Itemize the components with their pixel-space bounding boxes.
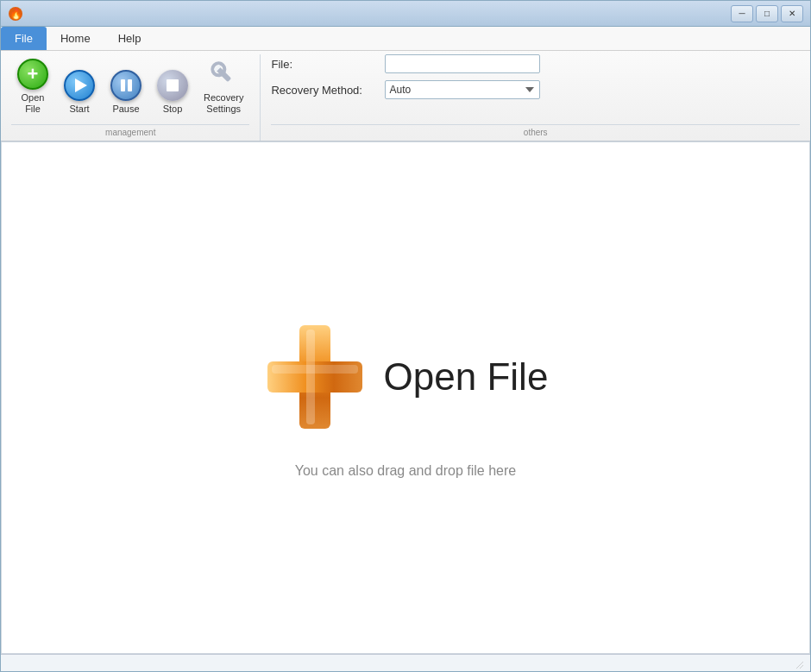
others-group-label: others xyxy=(271,124,800,141)
pause-circle xyxy=(110,70,141,101)
status-bar xyxy=(1,654,810,671)
play-icon xyxy=(75,79,87,92)
title-bar-left: 🔥 xyxy=(8,6,23,22)
app-icon: 🔥 xyxy=(8,6,23,22)
start-label: Start xyxy=(69,104,89,115)
stop-square-icon xyxy=(167,79,179,91)
maximize-button[interactable]: □ xyxy=(756,5,778,22)
menu-item-home[interactable]: Home xyxy=(47,27,104,50)
open-file-circle: + xyxy=(17,59,48,90)
pause-bar-2 xyxy=(128,79,132,91)
stop-button[interactable]: Stop xyxy=(151,66,194,119)
menu-bar: File Home Help xyxy=(1,27,810,51)
file-field-row: File: xyxy=(271,54,540,73)
open-file-icon: + xyxy=(17,59,48,90)
pause-bar-1 xyxy=(121,79,125,91)
recovery-method-label: Recovery Method: xyxy=(271,84,374,97)
stop-label: Stop xyxy=(163,104,183,115)
drag-drop-text: You can also drag and drop file here xyxy=(295,463,516,479)
start-button[interactable]: Start xyxy=(58,66,101,119)
ribbon: + OpenFile Start xyxy=(1,51,810,141)
pause-label: Pause xyxy=(112,104,139,115)
recovery-settings-label: RecoverySettings xyxy=(204,92,243,115)
management-group-label: management xyxy=(11,124,249,141)
close-button[interactable]: ✕ xyxy=(781,5,803,22)
start-circle xyxy=(64,70,95,101)
minimize-button[interactable]: ─ xyxy=(731,5,753,22)
recovery-method-row: Recovery Method: Auto Manual Advanced xyxy=(271,80,540,99)
title-bar: 🔥 ─ □ ✕ xyxy=(1,1,810,27)
wrench-svg xyxy=(208,59,239,90)
pause-icon xyxy=(110,70,141,101)
file-field-label: File: xyxy=(271,58,374,71)
plus-3d-icon xyxy=(263,317,367,437)
menu-item-file[interactable]: File xyxy=(1,27,47,50)
ribbon-group-management: + OpenFile Start xyxy=(1,54,261,141)
menu-item-help[interactable]: Help xyxy=(104,27,155,50)
file-input[interactable] xyxy=(385,54,540,73)
stop-circle xyxy=(157,70,188,101)
main-window: 🔥 ─ □ ✕ File Home Help + xyxy=(0,0,811,672)
recovery-settings-icon xyxy=(208,59,239,90)
pause-button[interactable]: Pause xyxy=(104,66,148,119)
svg-text:🔥: 🔥 xyxy=(9,7,22,20)
title-bar-controls: ─ □ ✕ xyxy=(731,5,803,22)
open-file-button[interactable]: + OpenFile xyxy=(11,54,54,119)
start-icon xyxy=(64,70,95,101)
recovery-settings-button[interactable]: RecoverySettings xyxy=(198,54,249,119)
ribbon-management-buttons: + OpenFile Start xyxy=(11,54,249,122)
plus-icon: + xyxy=(28,65,39,84)
svg-rect-7 xyxy=(306,330,315,424)
main-content: Open File You can also drag and drop fil… xyxy=(1,141,810,654)
recovery-method-select[interactable]: Auto Manual Advanced xyxy=(385,80,540,99)
open-file-area[interactable]: Open File You can also drag and drop fil… xyxy=(263,317,549,479)
svg-rect-8 xyxy=(272,365,358,374)
ribbon-group-others: File: Recovery Method: Auto Manual Advan… xyxy=(261,54,810,141)
stop-icon xyxy=(157,70,188,101)
others-fields: File: Recovery Method: Auto Manual Advan… xyxy=(271,54,540,122)
svg-line-9 xyxy=(796,662,803,669)
open-file-text: Open File xyxy=(384,355,549,399)
open-file-main: Open File xyxy=(263,317,549,437)
svg-line-10 xyxy=(800,665,803,669)
open-file-label: OpenFile xyxy=(22,92,45,115)
resize-grip-icon xyxy=(793,658,803,669)
